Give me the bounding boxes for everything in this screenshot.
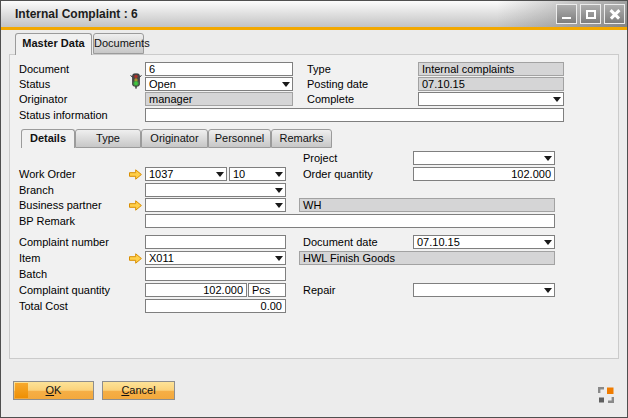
batch-input[interactable] bbox=[145, 267, 286, 281]
status-label: Status bbox=[19, 77, 50, 91]
maximize-button[interactable] bbox=[580, 4, 601, 24]
branch-combo[interactable] bbox=[145, 183, 286, 197]
ok-button-rest: K bbox=[54, 384, 61, 396]
window-controls bbox=[556, 4, 625, 24]
cancel-button[interactable]: Cancel bbox=[102, 381, 175, 400]
status-information-label: Status information bbox=[19, 108, 108, 122]
document-date-label: Document date bbox=[303, 235, 378, 249]
chevron-down-icon bbox=[544, 240, 552, 245]
work-order-value: 1037 bbox=[149, 168, 173, 180]
work-order-label: Work Order bbox=[19, 167, 76, 181]
branch-label: Branch bbox=[19, 183, 54, 197]
status-combo[interactable]: Open bbox=[145, 77, 293, 91]
status-information-input[interactable] bbox=[145, 108, 564, 122]
document-input[interactable]: 6 bbox=[145, 62, 293, 76]
complaint-quantity-input[interactable]: 102.000 bbox=[145, 283, 247, 297]
type-field: Internal complaints bbox=[418, 62, 564, 76]
title-bar: Internal Complaint : 6 bbox=[1, 1, 627, 27]
item-combo[interactable]: X011 bbox=[145, 251, 286, 265]
complaint-number-label: Complaint number bbox=[19, 235, 109, 249]
chevron-down-icon bbox=[275, 172, 283, 177]
complaint-quantity-label: Complaint quantity bbox=[19, 283, 110, 297]
close-icon bbox=[605, 5, 624, 23]
posting-date-field: 07.10.15 bbox=[418, 77, 564, 91]
repair-label: Repair bbox=[303, 283, 335, 297]
minimize-icon bbox=[562, 17, 571, 19]
tab-details[interactable]: Details bbox=[21, 129, 75, 148]
bp-remark-input[interactable] bbox=[145, 214, 555, 228]
document-date-value: 07.10.15 bbox=[417, 236, 460, 248]
business-partner-label: Business partner bbox=[19, 198, 102, 212]
batch-label: Batch bbox=[19, 267, 47, 281]
work-order-combo[interactable]: 1037 bbox=[145, 167, 227, 181]
chevron-down-icon bbox=[544, 156, 552, 161]
business-partner-link-arrow-icon[interactable] bbox=[129, 200, 142, 211]
posting-date-label: Posting date bbox=[307, 77, 368, 91]
project-combo[interactable] bbox=[413, 151, 555, 165]
chevron-down-icon bbox=[216, 172, 224, 177]
chevron-down-icon bbox=[275, 256, 283, 261]
project-label: Project bbox=[303, 151, 337, 165]
window-title: Internal Complaint : 6 bbox=[15, 1, 138, 27]
business-partner-combo[interactable] bbox=[145, 198, 286, 212]
total-cost-input: 0.00 bbox=[145, 299, 286, 313]
tab-documents[interactable]: Documents bbox=[93, 33, 144, 54]
document-date-combo[interactable]: 07.10.15 bbox=[413, 235, 555, 249]
tab-personnel[interactable]: Personnel bbox=[208, 129, 271, 148]
ok-button-accel: O bbox=[46, 384, 55, 396]
work-order-line-value: 10 bbox=[233, 168, 245, 180]
item-link-arrow-icon[interactable] bbox=[129, 253, 142, 264]
complaint-quantity-uom-input[interactable]: Pcs bbox=[248, 283, 286, 297]
close-button[interactable] bbox=[604, 4, 625, 24]
status-value: Open bbox=[149, 78, 176, 90]
tab-originator[interactable]: Originator bbox=[141, 129, 208, 148]
cancel-button-rest: ancel bbox=[129, 384, 155, 396]
maximize-icon bbox=[586, 10, 596, 19]
work-order-line-combo[interactable]: 10 bbox=[229, 167, 286, 181]
item-value: X011 bbox=[149, 252, 174, 264]
type-label: Type bbox=[307, 62, 331, 76]
document-label: Document bbox=[19, 62, 69, 76]
repair-combo[interactable] bbox=[413, 283, 555, 297]
total-cost-label: Total Cost bbox=[19, 299, 68, 313]
originator-label: Originator bbox=[19, 92, 67, 106]
accent-bar bbox=[1, 27, 627, 30]
tab-remarks[interactable]: Remarks bbox=[271, 129, 332, 148]
chevron-down-icon bbox=[275, 203, 283, 208]
internal-complaint-window: Internal Complaint : 6 Master Data Docum… bbox=[0, 0, 628, 418]
expand-corners-icon[interactable] bbox=[597, 386, 615, 404]
ok-button[interactable]: OK bbox=[13, 381, 94, 400]
order-quantity-input[interactable]: 102.000 bbox=[413, 167, 555, 181]
complaint-number-input[interactable] bbox=[145, 235, 286, 249]
complete-label: Complete bbox=[307, 92, 354, 106]
chevron-down-icon bbox=[275, 188, 283, 193]
minimize-button[interactable] bbox=[556, 4, 577, 24]
item-label: Item bbox=[19, 251, 40, 265]
originator-field: manager bbox=[145, 92, 293, 106]
chevron-down-icon bbox=[544, 288, 552, 293]
tab-type[interactable]: Type bbox=[75, 129, 141, 148]
chevron-down-icon bbox=[553, 97, 561, 102]
chevron-down-icon bbox=[282, 82, 290, 87]
item-description-field: HWL Finish Goods bbox=[299, 251, 555, 265]
warehouse-field: WH bbox=[299, 198, 555, 212]
work-order-link-arrow-icon[interactable] bbox=[129, 169, 142, 180]
complete-combo[interactable] bbox=[418, 92, 564, 106]
traffic-light-icon bbox=[128, 73, 144, 89]
bp-remark-label: BP Remark bbox=[19, 214, 75, 228]
tab-master-data[interactable]: Master Data bbox=[15, 33, 92, 55]
order-quantity-label: Order quantity bbox=[303, 167, 373, 181]
